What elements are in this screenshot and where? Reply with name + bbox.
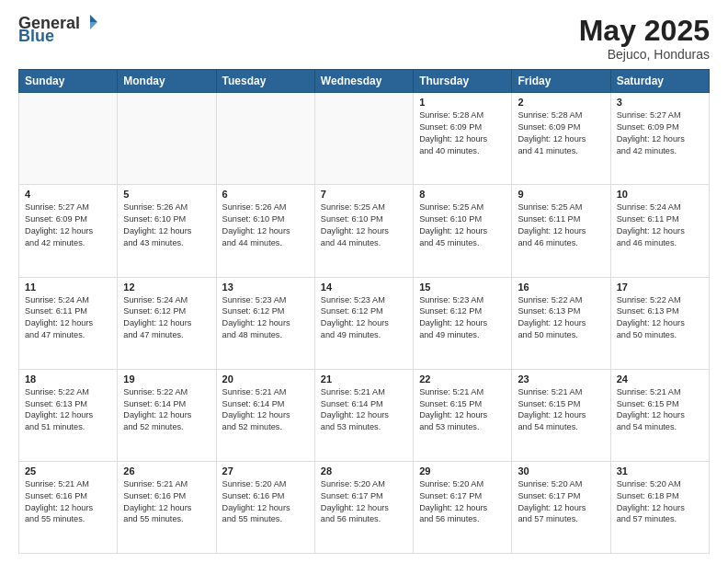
day-number: 20 [222,373,309,385]
day-number: 13 [222,282,309,293]
calendar-cell [314,93,413,185]
calendar-cell: 13Sunrise: 5:23 AM Sunset: 6:12 PM Dayli… [216,277,314,369]
calendar-cell: 8Sunrise: 5:25 AM Sunset: 6:10 PM Daylig… [414,185,512,277]
day-number: 4 [25,189,111,200]
day-info: Sunrise: 5:21 AM Sunset: 6:15 PM Dayligh… [617,386,703,434]
day-info: Sunrise: 5:22 AM Sunset: 6:13 PM Dayligh… [25,386,111,434]
calendar-cell: 1Sunrise: 5:28 AM Sunset: 6:09 PM Daylig… [414,93,512,185]
calendar-cell: 4Sunrise: 5:27 AM Sunset: 6:09 PM Daylig… [19,185,118,277]
month-title: May 2025 [579,15,710,47]
day-info: Sunrise: 5:26 AM Sunset: 6:10 PM Dayligh… [222,201,309,249]
weekday-header-monday: Monday [118,70,216,93]
day-number: 1 [419,97,506,108]
day-number: 8 [419,189,506,200]
day-number: 2 [518,97,604,108]
day-number: 3 [617,97,703,108]
day-info: Sunrise: 5:20 AM Sunset: 6:16 PM Dayligh… [222,478,309,526]
day-number: 10 [617,189,703,200]
day-info: Sunrise: 5:21 AM Sunset: 6:16 PM Dayligh… [25,478,111,526]
logo-icon [81,13,99,31]
calendar-cell [19,93,118,185]
day-number: 12 [123,282,210,293]
day-info: Sunrise: 5:27 AM Sunset: 6:09 PM Dayligh… [25,201,111,249]
day-info: Sunrise: 5:24 AM Sunset: 6:12 PM Dayligh… [123,294,210,342]
day-number: 27 [222,465,309,477]
calendar-cell: 24Sunrise: 5:21 AM Sunset: 6:15 PM Dayli… [610,369,709,461]
day-number: 14 [321,282,407,293]
calendar-week-2: 11Sunrise: 5:24 AM Sunset: 6:11 PM Dayli… [19,277,710,369]
calendar-cell: 15Sunrise: 5:23 AM Sunset: 6:12 PM Dayli… [414,277,512,369]
calendar-cell: 12Sunrise: 5:24 AM Sunset: 6:12 PM Dayli… [118,277,216,369]
weekday-header-saturday: Saturday [610,70,709,93]
day-info: Sunrise: 5:21 AM Sunset: 6:14 PM Dayligh… [222,386,309,434]
day-number: 21 [321,373,407,385]
calendar-cell: 23Sunrise: 5:21 AM Sunset: 6:15 PM Dayli… [512,369,610,461]
calendar-table: SundayMondayTuesdayWednesdayThursdayFrid… [18,69,710,554]
day-info: Sunrise: 5:23 AM Sunset: 6:12 PM Dayligh… [321,294,407,342]
calendar-cell [216,93,314,185]
day-number: 11 [25,282,111,293]
calendar-cell: 7Sunrise: 5:25 AM Sunset: 6:10 PM Daylig… [314,185,413,277]
calendar-cell: 10Sunrise: 5:24 AM Sunset: 6:11 PM Dayli… [610,185,709,277]
day-info: Sunrise: 5:20 AM Sunset: 6:17 PM Dayligh… [321,478,407,526]
day-number: 30 [518,465,604,477]
day-number: 24 [617,373,703,385]
title-block: May 2025 Bejuco, Honduras [579,15,710,62]
day-info: Sunrise: 5:20 AM Sunset: 6:17 PM Dayligh… [419,478,506,526]
day-number: 29 [419,465,506,477]
logo: General Blue [18,15,99,44]
calendar-cell: 30Sunrise: 5:20 AM Sunset: 6:17 PM Dayli… [512,461,610,553]
day-number: 23 [518,373,604,385]
location: Bejuco, Honduras [579,47,710,62]
day-info: Sunrise: 5:21 AM Sunset: 6:16 PM Dayligh… [123,478,210,526]
day-info: Sunrise: 5:23 AM Sunset: 6:12 PM Dayligh… [222,294,309,342]
header: General Blue May 2025 Bejuco, Honduras [18,15,710,62]
calendar-week-4: 25Sunrise: 5:21 AM Sunset: 6:16 PM Dayli… [19,461,710,553]
day-info: Sunrise: 5:26 AM Sunset: 6:10 PM Dayligh… [123,201,210,249]
weekday-header-thursday: Thursday [414,70,512,93]
calendar-cell: 21Sunrise: 5:21 AM Sunset: 6:14 PM Dayli… [314,369,413,461]
calendar-week-0: 1Sunrise: 5:28 AM Sunset: 6:09 PM Daylig… [19,93,710,185]
day-number: 7 [321,189,407,200]
calendar-cell: 11Sunrise: 5:24 AM Sunset: 6:11 PM Dayli… [19,277,118,369]
weekday-header-tuesday: Tuesday [216,70,314,93]
day-number: 18 [25,373,111,385]
calendar-cell [118,93,216,185]
day-info: Sunrise: 5:20 AM Sunset: 6:18 PM Dayligh… [617,478,703,526]
day-number: 16 [518,282,604,293]
day-info: Sunrise: 5:24 AM Sunset: 6:11 PM Dayligh… [617,201,703,249]
day-number: 31 [617,465,703,477]
day-number: 28 [321,465,407,477]
svg-marker-1 [90,22,97,29]
day-info: Sunrise: 5:21 AM Sunset: 6:15 PM Dayligh… [518,386,604,434]
day-info: Sunrise: 5:28 AM Sunset: 6:09 PM Dayligh… [419,109,506,157]
weekday-header-row: SundayMondayTuesdayWednesdayThursdayFrid… [19,70,710,93]
day-number: 25 [25,465,111,477]
calendar-cell: 22Sunrise: 5:21 AM Sunset: 6:15 PM Dayli… [414,369,512,461]
day-info: Sunrise: 5:21 AM Sunset: 6:15 PM Dayligh… [419,386,506,434]
day-info: Sunrise: 5:20 AM Sunset: 6:17 PM Dayligh… [518,478,604,526]
day-number: 22 [419,373,506,385]
calendar-cell: 17Sunrise: 5:22 AM Sunset: 6:13 PM Dayli… [610,277,709,369]
day-info: Sunrise: 5:24 AM Sunset: 6:11 PM Dayligh… [25,294,111,342]
day-number: 19 [123,373,210,385]
day-number: 6 [222,189,309,200]
calendar-cell: 27Sunrise: 5:20 AM Sunset: 6:16 PM Dayli… [216,461,314,553]
calendar-cell: 16Sunrise: 5:22 AM Sunset: 6:13 PM Dayli… [512,277,610,369]
calendar-cell: 9Sunrise: 5:25 AM Sunset: 6:11 PM Daylig… [512,185,610,277]
calendar-week-3: 18Sunrise: 5:22 AM Sunset: 6:13 PM Dayli… [19,369,710,461]
calendar-cell: 18Sunrise: 5:22 AM Sunset: 6:13 PM Dayli… [19,369,118,461]
day-number: 15 [419,282,506,293]
day-info: Sunrise: 5:22 AM Sunset: 6:13 PM Dayligh… [518,294,604,342]
day-info: Sunrise: 5:25 AM Sunset: 6:10 PM Dayligh… [321,201,407,249]
calendar-cell: 14Sunrise: 5:23 AM Sunset: 6:12 PM Dayli… [314,277,413,369]
calendar-cell: 20Sunrise: 5:21 AM Sunset: 6:14 PM Dayli… [216,369,314,461]
weekday-header-sunday: Sunday [19,70,118,93]
svg-marker-0 [90,15,97,22]
day-number: 5 [123,189,210,200]
day-info: Sunrise: 5:27 AM Sunset: 6:09 PM Dayligh… [617,109,703,157]
calendar-cell: 19Sunrise: 5:22 AM Sunset: 6:14 PM Dayli… [118,369,216,461]
day-info: Sunrise: 5:25 AM Sunset: 6:10 PM Dayligh… [419,201,506,249]
day-info: Sunrise: 5:23 AM Sunset: 6:12 PM Dayligh… [419,294,506,342]
calendar-cell: 28Sunrise: 5:20 AM Sunset: 6:17 PM Dayli… [314,461,413,553]
